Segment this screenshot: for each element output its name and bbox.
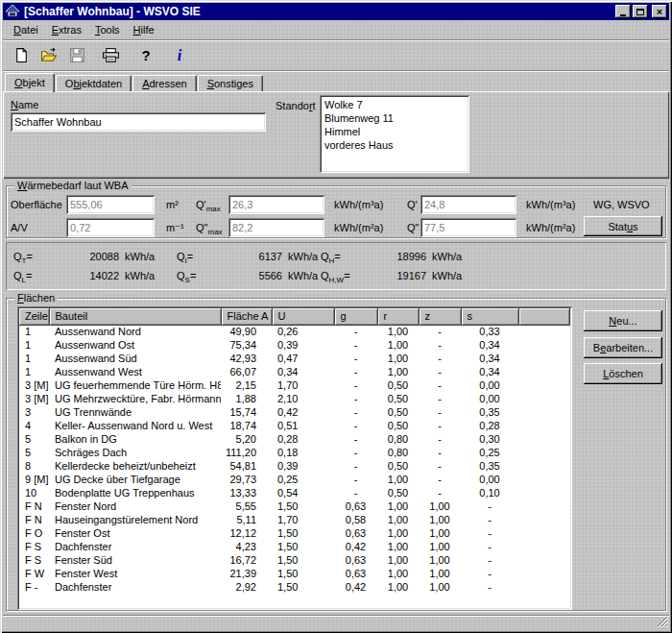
loeschen-button[interactable]: Löschen <box>584 363 662 384</box>
menu-item-hilfe[interactable]: Hilfe <box>127 22 161 37</box>
standort-line[interactable]: Wolke 7 <box>324 98 465 111</box>
column-header-z[interactable]: z <box>419 308 461 325</box>
flaechen-cell: - <box>419 352 461 365</box>
wsvo-note: WG, WSVO <box>593 199 650 210</box>
flaechen-cell: 3 [M] <box>19 392 49 405</box>
column-header-bauteil[interactable]: Bauteil <box>49 308 221 325</box>
statusbar <box>3 615 669 630</box>
tab-page-objekt: Name Standort Wolke 7Blumenweg 11Himmelv… <box>3 91 669 179</box>
flaechen-table-row[interactable]: 8Kellerdecke beheizt/unbeheizt54,810,39-… <box>19 459 570 473</box>
standort-line[interactable]: vorderes Haus <box>324 138 465 152</box>
q-vol-field <box>420 195 516 214</box>
column-header-u[interactable]: U <box>272 308 334 325</box>
flaechen-table-row[interactable]: 3 [M]UG Mehrzwecktüre, Fabr. Hörmann1,88… <box>19 392 570 405</box>
flaechen-table-row[interactable]: 4Keller- Aussenwand Nord u. West18,740,5… <box>19 419 570 432</box>
flaechen-table-row[interactable]: F WFenster West21,391,500,631,001,00- <box>19 567 570 580</box>
flaechen-cell: 0,47 <box>272 352 334 365</box>
standort-line[interactable]: Himmel <box>324 125 465 138</box>
info-icon[interactable]: i <box>169 45 190 66</box>
column-header-zeile[interactable]: Zeile <box>19 308 49 325</box>
column-header-s[interactable]: s <box>461 308 518 325</box>
minimize-button[interactable] <box>615 5 631 18</box>
menubar: Datei Extras Tools Hilfe <box>3 20 669 39</box>
neu-button[interactable]: Neu... <box>584 310 662 331</box>
new-document-icon[interactable] <box>11 45 32 66</box>
flaechen-cell: F N <box>19 499 49 513</box>
print-icon[interactable] <box>100 45 121 66</box>
flaechen-cell: - <box>419 446 461 459</box>
flaechen-cell-filler <box>518 419 570 432</box>
flaechen-table-row[interactable]: 9 [M]UG Decke über Tiefgarage29,730,25-1… <box>19 473 570 486</box>
flaechen-table-row[interactable]: 5Balkon in DG5,200,28-0,80-0,30 <box>19 432 570 446</box>
tab-objekt[interactable]: Objekt <box>5 73 55 92</box>
standort-line[interactable]: Blumenweg 11 <box>324 111 465 125</box>
flaechen-table-row[interactable]: 3UG Trennwände15,740,42-0,50-0,35 <box>19 405 570 419</box>
name-input[interactable] <box>11 112 266 132</box>
resize-grip[interactable] <box>657 616 668 629</box>
flaechen-table-row[interactable]: 1Aussenwand Süd42,930,47-1,00-0,34 <box>19 352 570 365</box>
flaechen-table-row[interactable]: F OFenster Ost12,121,500,631,001,00- <box>19 526 570 540</box>
qmax-vol-label: Q'max <box>196 199 221 213</box>
flaechen-table-row[interactable]: 3 [M]UG feuerhemmende Türe Hörm. H8-52,1… <box>19 378 570 392</box>
flaechen-cell: 5 <box>19 432 49 446</box>
flaechen-cell: 1,00 <box>419 513 461 526</box>
help-icon[interactable]: ? <box>135 45 156 66</box>
qmax-area-label: Q"max <box>196 222 223 236</box>
menu-item-datei[interactable]: Datei <box>7 22 45 37</box>
tab-objektdaten[interactable]: Objektdaten <box>56 75 132 91</box>
flaechen-cell: 1 <box>19 365 49 378</box>
flaechen-cell: - <box>334 405 377 419</box>
flaechen-cell: Balkon in DG <box>49 432 221 446</box>
flaechen-cell: 1,50 <box>272 553 334 567</box>
maximize-button[interactable] <box>633 5 648 18</box>
flaechen-table-row[interactable]: 1Aussenwand Ost75,340,39-1,00-0,34 <box>19 338 570 352</box>
open-file-icon[interactable] <box>38 45 60 66</box>
flaechen-cell: 0,34 <box>461 352 518 365</box>
bearbeiten-button[interactable]: Bearbeiten... <box>584 337 662 358</box>
flaechen-table-row[interactable]: F NHauseingangstürelement Nord5,111,700,… <box>19 513 570 526</box>
flaechen-table-row[interactable]: 1Aussenwand West66,070,34-1,00-0,34 <box>19 365 570 378</box>
menu-item-tools[interactable]: Tools <box>88 22 127 37</box>
tab-adressen[interactable]: Adressen <box>132 75 196 91</box>
flaechen-cell: - <box>419 486 461 499</box>
flaechen-cell-filler <box>518 365 570 378</box>
flaechen-cell: 8 <box>19 459 49 473</box>
flaechen-table-row[interactable]: F SDachfenster4,231,500,421,001,00- <box>19 540 570 553</box>
flaechen-cell: 16,72 <box>221 553 272 567</box>
q-vol-unit: kWh/(m³a) <box>526 199 575 210</box>
flaechen-cell-filler <box>518 499 570 513</box>
flaechen-table-row[interactable]: 1Aussenwand Nord49,900,26-1,00-0,33 <box>19 325 570 338</box>
house-icon[interactable] <box>5 4 20 19</box>
close-button[interactable]: × <box>652 5 667 18</box>
flaechen-cell: 1,00 <box>377 352 419 365</box>
menu-item-extras[interactable]: Extras <box>45 22 88 37</box>
flaechen-cell: 49,90 <box>221 325 272 338</box>
flaechen-table-row[interactable]: F SFenster Süd16,721,500,631,001,00- <box>19 553 570 567</box>
flaechen-cell: UG Trennwände <box>49 405 221 419</box>
column-header-g[interactable]: g <box>334 308 377 325</box>
q-vol-label: Q' <box>407 199 418 210</box>
flaechen-cell: 0,28 <box>272 432 334 446</box>
flaechen-cell: 4 <box>19 419 49 432</box>
flaechen-cell: 1,00 <box>377 513 419 526</box>
tab-sonstiges[interactable]: Sonstiges <box>198 75 263 91</box>
flaechen-cell: 2,15 <box>221 378 272 392</box>
flaechen-cell: 15,74 <box>221 405 272 419</box>
flaechen-cell: - <box>334 392 377 405</box>
flaechen-cell: 2,10 <box>272 392 334 405</box>
flaechen-cell: - <box>334 432 377 446</box>
flaechen-cell: 0,00 <box>461 392 518 405</box>
flaechen-cell: 1,88 <box>221 392 272 405</box>
flaechen-table-row[interactable]: 5Schräges Dach111,200,18-0,80-0,25 <box>19 446 570 459</box>
flaechen-cell: - <box>419 432 461 446</box>
flaechen-table-row[interactable]: F -Dachfenster2,921,500,421,001,00- <box>19 580 570 594</box>
flaechen-cell: 13,33 <box>221 486 272 499</box>
column-header-flaeche[interactable]: Fläche A <box>221 308 272 325</box>
flaechen-cell: - <box>334 459 377 473</box>
standort-listbox[interactable]: Wolke 7Blumenweg 11Himmelvorderes Haus <box>320 95 469 173</box>
flaechen-cell: - <box>334 338 377 352</box>
status-button[interactable]: Status <box>584 216 662 236</box>
column-header-r[interactable]: r <box>377 308 419 325</box>
flaechen-table-row[interactable]: F NFenster Nord5,551,500,631,001,00- <box>19 499 570 513</box>
flaechen-table-row[interactable]: 10Bodenplatte UG Treppenhaus13,330,54-0,… <box>19 486 570 499</box>
